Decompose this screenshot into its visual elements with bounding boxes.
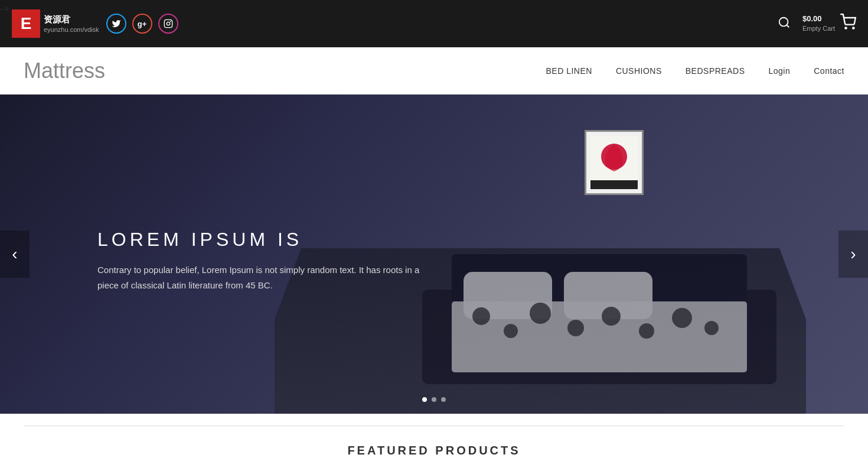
featured-section: FEATURED PRODUCTS (0, 414, 868, 461)
logo-url: eyunzhu.com/vdisk (44, 25, 99, 34)
nav-link-cushions[interactable]: CUSHIONS (616, 66, 662, 76)
slider-prev-arrow[interactable]: ‹ (0, 230, 30, 278)
svg-point-5 (845, 27, 846, 28)
svg-point-22 (704, 321, 719, 335)
svg-point-3 (779, 17, 788, 26)
slider-dot-2[interactable] (432, 397, 436, 402)
site-title: Mattress (24, 59, 546, 83)
svg-point-2 (169, 21, 171, 22)
svg-rect-9 (590, 180, 638, 189)
wall-art (585, 130, 644, 195)
svg-point-21 (672, 308, 692, 328)
logo-text: 资源君 eyunzhu.com/vdisk (44, 13, 99, 34)
svg-rect-14 (452, 301, 747, 372)
slider-next-arrow[interactable]: › (838, 230, 868, 278)
instagram-icon[interactable] (158, 14, 178, 34)
nav-links: BED LINEN CUSHIONS BEDSPREADS Login Cont… (546, 66, 844, 76)
svg-point-16 (504, 324, 518, 338)
svg-point-15 (472, 307, 490, 325)
hero-content: LOREM IPSUM IS Contrary to popular belie… (97, 229, 422, 293)
svg-point-19 (602, 307, 621, 326)
cart-area[interactable]: $0.00 Empty Cart (802, 14, 856, 34)
svg-point-17 (530, 303, 551, 324)
svg-point-1 (167, 22, 169, 25)
svg-point-18 (567, 320, 584, 336)
google-plus-icon[interactable]: g+ (132, 14, 152, 34)
slider-dots (422, 397, 446, 402)
nav-link-bed-linen[interactable]: BED LINEN (546, 66, 592, 76)
nav-bar: Mattress BED LINEN CUSHIONS BEDSPREADS L… (0, 47, 868, 95)
svg-point-6 (853, 27, 854, 28)
twitter-icon[interactable] (106, 14, 126, 34)
cart-icon (840, 14, 856, 34)
cart-label: Empty Cart (802, 24, 835, 33)
hero-description: Contrary to popular belief, Lorem Ipsum … (97, 262, 422, 293)
hero-slider: LOREM IPSUM IS Contrary to popular belie… (0, 95, 868, 414)
logo-letter: E (12, 9, 40, 38)
nav-link-contact[interactable]: Contact (814, 66, 844, 76)
cart-info: $0.00 Empty Cart (802, 14, 835, 34)
social-icons: g+ (106, 14, 178, 34)
nav-link-login[interactable]: Login (768, 66, 790, 76)
page-arrow-indicator: --> (0, 5, 9, 13)
cart-price: $0.00 (802, 14, 835, 24)
hero-title: LOREM IPSUM IS (97, 229, 422, 251)
logo-chinese: 资源君 (44, 13, 99, 25)
top-bar-right: $0.00 Empty Cart (778, 14, 856, 34)
nav-link-bedspreads[interactable]: BEDSPREADS (686, 66, 745, 76)
featured-title: FEATURED PRODUCTS (24, 426, 844, 461)
svg-line-4 (787, 25, 789, 27)
search-button[interactable] (778, 16, 791, 32)
slider-dot-1[interactable] (422, 397, 427, 402)
top-bar-left: E 资源君 eyunzhu.com/vdisk g+ (12, 9, 178, 38)
svg-point-20 (639, 323, 654, 339)
slider-dot-3[interactable] (441, 397, 446, 402)
logo[interactable]: E 资源君 eyunzhu.com/vdisk (12, 9, 99, 38)
top-bar: E 资源君 eyunzhu.com/vdisk g+ (0, 0, 868, 47)
svg-rect-0 (164, 20, 172, 27)
